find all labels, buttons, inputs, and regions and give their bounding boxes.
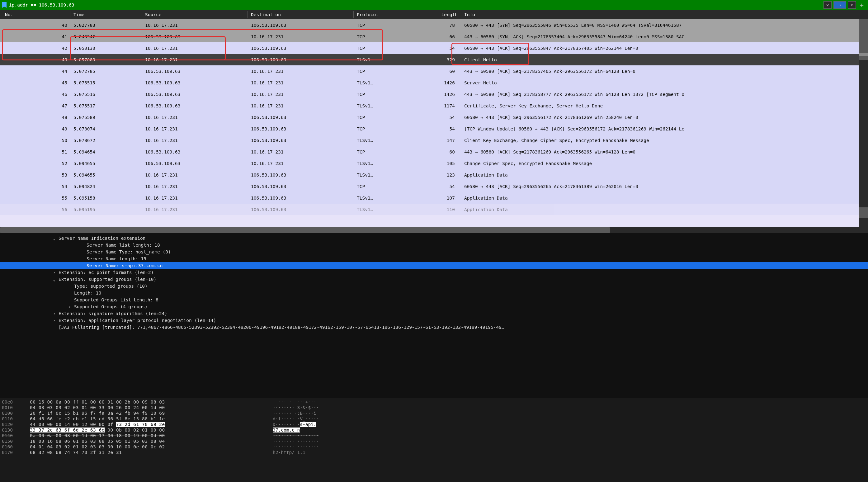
tree-node[interactable]: [JA3 Fullstring [truncated]: 771,4867-48… xyxy=(0,324,868,331)
clear-filter-icon[interactable]: ✕ xyxy=(824,1,832,9)
packet-cell: 10.16.17.231 xyxy=(248,160,354,167)
packet-cell: 443 → 60580 [ACK] Seq=2178357405 Ack=296… xyxy=(461,68,857,74)
packet-list-h-scrollbar[interactable] xyxy=(0,227,868,233)
tree-node[interactable]: ⌄Extension: supported_groups (len=10) xyxy=(0,276,868,283)
packet-cell: 60580 → 443 [ACK] Seq=2963556172 Ack=217… xyxy=(461,114,857,121)
packet-cell: [TCP Window Update] 60580 → 443 [ACK] Se… xyxy=(461,126,857,132)
packet-cell: TCP xyxy=(354,149,394,155)
packet-row[interactable]: 565.09519510.16.17.231106.53.109.63TLSv1… xyxy=(0,204,859,215)
packet-cell: 106.53.109.63 xyxy=(142,34,248,40)
packet-details-tree[interactable]: ⌄Server Name Indication extensionServer … xyxy=(0,233,868,398)
packet-list[interactable]: 405.02778310.16.17.231106.53.109.63TCP78… xyxy=(0,19,859,227)
hex-ascii: ········ ···+···· xyxy=(273,399,379,404)
hex-bytes: 18 00 16 08 06 01 06 03 08 05 05 01 05 0… xyxy=(30,439,273,444)
packet-row[interactable]: 435.05706310.16.17.231106.53.109.63TLSv1… xyxy=(0,54,859,65)
packet-list-scrollbar[interactable] xyxy=(859,19,868,227)
packet-cell: 1174 xyxy=(394,103,461,109)
column-header-length[interactable]: Length xyxy=(394,11,461,19)
column-header-info[interactable]: Info xyxy=(461,11,866,19)
packet-cell: 10.16.17.231 xyxy=(248,149,354,155)
packet-cell: TLSv1… xyxy=(354,57,394,63)
packet-cell: TCP xyxy=(354,45,394,51)
display-filter-bar[interactable]: ip.addr == 106.53.109.63 ✕ ➔ ▾ + xyxy=(0,0,868,10)
tree-node[interactable]: ›Extension: signature_algorithms (len=24… xyxy=(0,310,868,317)
packet-cell: 54 xyxy=(394,45,461,51)
packet-row[interactable]: 555.09515810.16.17.231106.53.109.63TLSv1… xyxy=(0,192,859,204)
packet-row[interactable]: 525.094655106.53.109.6310.16.17.231TLSv1… xyxy=(0,157,859,169)
packet-row[interactable]: 495.07807410.16.17.231106.53.109.63TCP54… xyxy=(0,123,859,134)
hex-ascii: h2·http/ 1.1 xyxy=(273,450,379,455)
packet-cell: TCP xyxy=(354,91,394,97)
packet-cell: 106.53.109.63 xyxy=(248,45,354,51)
add-filter-icon[interactable]: + xyxy=(858,1,866,9)
column-header-time[interactable]: Time xyxy=(70,11,142,19)
apply-filter-icon[interactable]: ➔ xyxy=(833,1,846,9)
hex-bytes: 00 16 00 0a 00 ff 01 00 00 91 00 2b 00 0… xyxy=(30,399,273,404)
packet-cell: 10.16.17.231 xyxy=(142,172,248,178)
packet-cell: Client Key Exchange, Change Cipher Spec,… xyxy=(461,137,857,144)
hex-line[interactable]: 013033 37 2e 63 6f 6d 2e 63 6e 00 0b 00 … xyxy=(2,427,866,433)
hex-line[interactable]: 017068 32 08 68 74 74 70 2f 31 2e 31h2·h… xyxy=(2,450,866,455)
tree-node-label: Server Name list length: 18 xyxy=(87,243,160,247)
packet-cell: 10.16.17.231 xyxy=(142,137,248,144)
packet-bytes-hex[interactable]: 00e000 16 00 0a 00 ff 01 00 00 91 00 2b … xyxy=(0,398,868,482)
hex-line[interactable]: 015018 00 16 08 06 01 06 03 08 05 05 01 … xyxy=(2,439,866,444)
packet-cell: 49 xyxy=(2,126,70,132)
tree-node[interactable]: Type: supported_groups (10) xyxy=(0,283,868,290)
tree-node[interactable]: Server Name: s-api.37.com.cn xyxy=(0,262,868,269)
tree-node[interactable]: ⌄Server Name Indication extension xyxy=(0,235,868,242)
hex-line[interactable]: 00e000 16 00 0a 00 ff 01 00 00 91 00 2b … xyxy=(2,399,866,405)
packet-row[interactable]: 535.09465510.16.17.231106.53.109.63TLSv1… xyxy=(0,169,859,181)
tree-node[interactable]: Length: 10 xyxy=(0,290,868,296)
tree-node[interactable]: ›Extension: ec_point_formats (len=2) xyxy=(0,269,868,276)
packet-cell: TLSv1… xyxy=(354,80,394,86)
hex-line[interactable]: 011064 d6 66 fe c2 db e1 f5 cd 56 5f 8e … xyxy=(2,416,866,422)
hex-line[interactable]: 012044 00 00 00 14 00 12 00 00 0f 73 2d … xyxy=(2,422,866,427)
packet-row[interactable]: 515.094654106.53.109.6310.16.17.231TCP60… xyxy=(0,146,859,157)
tree-node[interactable]: ›Extension: application_layer_protocol_n… xyxy=(0,317,868,324)
hex-offset: 0100 xyxy=(2,411,30,416)
filter-dropdown-icon[interactable]: ▾ xyxy=(848,1,856,9)
packet-cell: 10.16.17.231 xyxy=(142,183,248,190)
tree-node[interactable]: Server Name length: 15 xyxy=(0,255,868,262)
tree-node[interactable]: ›Supported Groups (4 groups) xyxy=(0,303,868,310)
hex-line[interactable]: 01400a 00 0a 00 08 00 1d 00 17 00 18 00 … xyxy=(2,433,866,439)
packet-cell: 55 xyxy=(2,195,70,201)
chevron-right-icon[interactable]: › xyxy=(53,318,59,323)
packet-row[interactable]: 545.09482410.16.17.231106.53.109.63TCP54… xyxy=(0,181,859,192)
packet-cell: 106.53.109.63 xyxy=(248,126,354,132)
chevron-right-icon[interactable]: › xyxy=(53,311,59,316)
column-header-protocol[interactable]: Protocol xyxy=(354,11,394,19)
packet-row[interactable]: 445.072785106.53.109.6310.16.17.231TCP60… xyxy=(0,65,859,77)
hex-line[interactable]: 010020 f1 1f 0c 15 b1 96 f7 fa 3a 42 fb … xyxy=(2,411,866,416)
hex-ascii: ········ ········ xyxy=(273,444,379,449)
column-header-no[interactable]: No. xyxy=(2,11,70,19)
tree-node[interactable]: Supported Groups List Length: 8 xyxy=(0,296,868,303)
column-header-destination[interactable]: Destination xyxy=(248,11,354,19)
packet-row[interactable]: 485.07558910.16.17.231106.53.109.63TCP54… xyxy=(0,112,859,123)
hex-line[interactable]: 016004 01 04 03 02 01 02 03 03 00 10 00 … xyxy=(2,444,866,450)
column-header-source[interactable]: Source xyxy=(142,11,248,19)
chevron-down-icon[interactable]: ⌄ xyxy=(53,236,59,241)
packet-cell: TLSv1… xyxy=(354,172,394,178)
bookmark-icon[interactable] xyxy=(2,2,6,8)
packet-row[interactable]: 475.075517106.53.109.6310.16.17.231TLSv1… xyxy=(0,100,859,112)
packet-cell: 78 xyxy=(394,22,461,28)
hex-offset: 00e0 xyxy=(2,399,30,404)
packet-row[interactable]: 415.049942106.53.109.6310.16.17.231TCP66… xyxy=(0,31,859,42)
packet-row[interactable]: 455.075515106.53.109.6310.16.17.231TLSv1… xyxy=(0,77,859,88)
packet-row[interactable]: 405.02778310.16.17.231106.53.109.63TCP78… xyxy=(0,19,859,31)
hex-bytes: 0a 00 0a 00 08 00 1d 00 17 00 18 00 19 0… xyxy=(30,433,273,438)
chevron-right-icon[interactable]: › xyxy=(53,270,59,275)
packet-cell: 5.075515 xyxy=(70,80,142,86)
display-filter-text[interactable]: ip.addr == 106.53.109.63 xyxy=(9,2,824,7)
chevron-down-icon[interactable]: ⌄ xyxy=(53,277,59,282)
tree-node[interactable]: Server Name Type: host_name (0) xyxy=(0,248,868,255)
chevron-right-icon[interactable]: › xyxy=(68,304,74,309)
tree-node[interactable]: Server Name list length: 18 xyxy=(0,242,868,248)
packet-cell: 5.094824 xyxy=(70,183,142,190)
hex-line[interactable]: 00f004 03 03 03 02 03 01 00 33 00 26 00 … xyxy=(2,405,866,411)
packet-row[interactable]: 465.075516106.53.109.6310.16.17.231TCP14… xyxy=(0,88,859,100)
packet-row[interactable]: 425.05013010.16.17.231106.53.109.63TCP54… xyxy=(0,42,859,54)
packet-row[interactable]: 505.07867210.16.17.231106.53.109.63TLSv1… xyxy=(0,134,859,146)
